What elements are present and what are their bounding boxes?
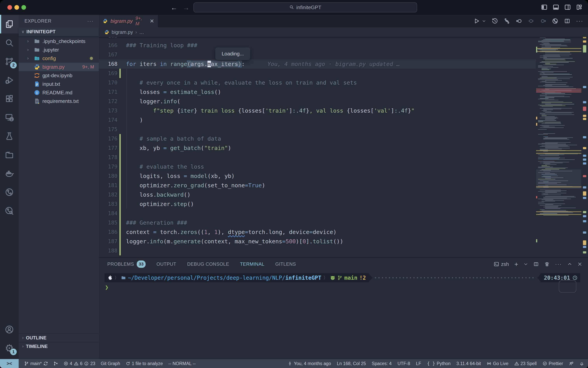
zoom-window-button[interactable] xyxy=(21,5,26,10)
sidebar-item-source-control[interactable]: 2 xyxy=(0,52,19,71)
status-spell-checker[interactable]: 23 Spell xyxy=(514,361,537,366)
tree-item-readme[interactable]: README.md xyxy=(19,88,99,97)
accounts-button[interactable] xyxy=(0,320,19,339)
tab-debug-console[interactable]: DEBUG CONSOLE xyxy=(187,261,229,267)
file-label: gpt-dev.ipynb xyxy=(42,73,72,79)
toggle-sidebar-icon[interactable] xyxy=(541,4,548,10)
terminal-dropdown-chevron-icon[interactable] xyxy=(524,261,528,267)
tab-problems-badge: 9+, M xyxy=(135,16,146,27)
sidebar-item-run-debug[interactable] xyxy=(0,71,19,90)
tree-item-ipynb-checkpoints[interactable]: › .ipynb_checkpoints xyxy=(19,37,99,46)
timeline-section-header[interactable]: › TIMELINE xyxy=(19,342,99,350)
tab-terminal[interactable]: TERMINAL xyxy=(240,261,264,267)
tree-item-requirements[interactable]: requirements.txt xyxy=(19,97,99,105)
status-branch[interactable]: main* xyxy=(24,361,48,366)
nav-forward-icon[interactable]: → xyxy=(183,4,189,11)
panel-more-actions-icon[interactable]: ··· xyxy=(555,261,562,267)
toggle-secondary-sidebar-icon[interactable] xyxy=(564,4,571,10)
split-editor-icon[interactable] xyxy=(564,18,570,24)
tooltip-text: Loading... xyxy=(222,51,244,57)
close-window-button[interactable] xyxy=(7,5,12,10)
minimap[interactable] xyxy=(536,37,581,257)
prompt-separator: 〉 xyxy=(114,275,119,281)
toggle-panel-icon[interactable] xyxy=(553,4,559,10)
sidebar-item-explorer[interactable] xyxy=(0,15,19,33)
sidebar-item-project-manager[interactable] xyxy=(0,146,19,164)
open-changes-back-icon[interactable] xyxy=(516,18,522,24)
tree-item-bigram-py[interactable]: bigram.py 9+, M xyxy=(19,63,99,71)
tab-bigram-py[interactable]: bigram.py 9+, M ✕ xyxy=(99,15,158,27)
kill-terminal-trash-icon[interactable] xyxy=(544,261,550,267)
breadcrumb-file[interactable]: bigram.py xyxy=(112,29,133,35)
new-terminal-icon[interactable]: + xyxy=(514,260,518,268)
explorer-sidebar: EXPLORER ··· ∨ INFINITEGPT › .ipynb_chec… xyxy=(19,15,99,359)
panel-controls: zsh + ··· xyxy=(494,258,582,271)
status-indentation[interactable]: Spaces: 4 xyxy=(372,361,392,366)
run-python-icon[interactable] xyxy=(473,18,480,24)
tree-item-input-txt[interactable]: input.txt xyxy=(19,80,99,88)
settings-button[interactable]: ⚙ 1 xyxy=(0,339,19,358)
tree-item-jupyter[interactable]: › .jupyter xyxy=(19,46,99,54)
folder-icon xyxy=(34,47,40,53)
breadcrumb[interactable]: bigram.py › … xyxy=(99,27,588,37)
more-actions-icon[interactable]: ··· xyxy=(576,18,583,24)
status-language-mode[interactable]: { } Python xyxy=(427,361,451,366)
explorer-more-icon[interactable]: ··· xyxy=(87,18,94,24)
next-change-icon[interactable] xyxy=(540,18,546,24)
file-label: bigram.py xyxy=(42,64,64,70)
run-dropdown-chevron-icon[interactable] xyxy=(482,18,486,24)
code-line[interactable]: 168for iters in range(args.max_iters):Yo… xyxy=(99,59,536,69)
sidebar-item-extensions[interactable] xyxy=(0,90,19,108)
status-analyze[interactable]: 1 file to analyze xyxy=(126,361,163,366)
status-blame[interactable]: You, 4 months ago xyxy=(288,361,331,366)
terminal-cursor-prompt[interactable]: ❯ xyxy=(105,284,109,291)
status-git-graph[interactable]: Git Graph xyxy=(101,361,120,366)
status-go-live[interactable]: Go Live xyxy=(487,361,508,366)
status-eol[interactable]: LF xyxy=(416,361,421,366)
status-feedback[interactable] xyxy=(569,361,574,366)
maximize-panel-icon[interactable] xyxy=(567,261,572,267)
customize-layout-icon[interactable] xyxy=(576,4,583,10)
status-encoding[interactable]: UTF-8 xyxy=(398,361,410,366)
git-graph-icon[interactable] xyxy=(552,18,558,24)
terminal-prompt-line[interactable]: 〉 ~/Developer/personal/Projects/deep-lea… xyxy=(105,273,580,282)
tab-output[interactable]: OUTPUT xyxy=(156,261,176,267)
status-notifications[interactable] xyxy=(579,361,584,366)
close-tab-icon[interactable]: ✕ xyxy=(150,18,154,24)
sidebar-item-search[interactable] xyxy=(0,33,19,52)
status-python-interpreter[interactable]: 3.11.4 64-bit xyxy=(456,361,481,366)
remote-indicator[interactable]: >< xyxy=(0,359,19,368)
git-branch-icon xyxy=(337,275,343,280)
split-terminal-icon[interactable] xyxy=(533,261,539,267)
tree-item-config[interactable]: › config xyxy=(19,54,99,63)
tab-problems[interactable]: PROBLEMS 33 xyxy=(107,260,146,268)
timeline-history-icon[interactable] xyxy=(492,18,498,24)
status-cursor-position[interactable]: Ln 168, Col 25 xyxy=(337,361,366,366)
tree-item-gpt-dev[interactable]: gpt-dev.ipynb xyxy=(19,71,99,80)
status-problems[interactable]: 4 6 23 xyxy=(63,361,95,366)
workspace-section-header[interactable]: ∨ INFINITEGPT xyxy=(19,27,99,36)
minimize-window-button[interactable] xyxy=(14,5,19,10)
status-scm-graph[interactable] xyxy=(54,361,58,366)
close-panel-icon[interactable] xyxy=(578,261,582,267)
git-modified-gutter xyxy=(119,134,121,143)
terminal-shell-selector[interactable]: zsh xyxy=(494,261,509,267)
folder-icon xyxy=(34,38,40,44)
compare-changes-icon[interactable] xyxy=(504,18,510,24)
breadcrumb-more[interactable]: … xyxy=(139,29,144,35)
git-modified-gutter xyxy=(119,199,121,209)
sidebar-item-remote-explorer[interactable] xyxy=(0,108,19,127)
previous-change-icon[interactable] xyxy=(528,18,534,24)
sidebar-item-docker[interactable] xyxy=(0,164,19,183)
tab-gitlens[interactable]: GITLENS xyxy=(275,261,296,267)
sidebar-item-git-graph[interactable] xyxy=(0,183,19,202)
status-prettier[interactable]: Prettier xyxy=(543,361,563,366)
outline-section-header[interactable]: › OUTLINE xyxy=(19,333,99,342)
remote-explorer-icon xyxy=(5,113,14,122)
nav-back-icon[interactable]: ← xyxy=(171,4,177,11)
command-center-search[interactable]: infiniteGPT xyxy=(193,2,417,12)
sidebar-item-gitlens[interactable] xyxy=(0,202,19,220)
status-vim-mode[interactable]: -- NORMAL -- xyxy=(168,361,196,366)
sidebar-item-testing[interactable] xyxy=(0,127,19,146)
code-editor[interactable]: 165166### Training loop ###167168for ite… xyxy=(99,37,588,257)
